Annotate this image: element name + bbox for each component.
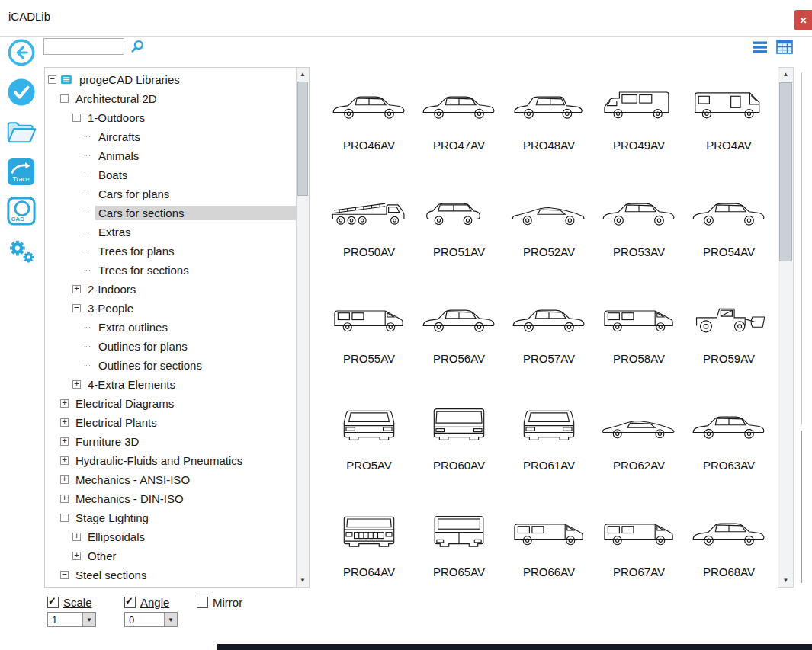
block-thumb-pro59av[interactable]: PRO59AV bbox=[684, 285, 774, 392]
back-button[interactable] bbox=[6, 38, 37, 67]
expand-icon[interactable]: + bbox=[72, 285, 81, 293]
expand-icon[interactable]: + bbox=[72, 552, 81, 560]
progecad-button[interactable]: CAD bbox=[6, 197, 37, 226]
expand-icon[interactable]: + bbox=[60, 437, 69, 446]
block-name: PRO60AV bbox=[433, 459, 485, 472]
tree-item-label: Steel sections bbox=[72, 568, 149, 582]
window-edge-scroll[interactable] bbox=[801, 431, 802, 583]
tree-item-extras[interactable]: Extras bbox=[45, 223, 296, 242]
settings-button[interactable] bbox=[6, 236, 37, 265]
block-thumb-pro46av[interactable]: PRO46AV bbox=[324, 72, 414, 178]
tree-item-trees-for-plans[interactable]: Trees for plans bbox=[45, 242, 296, 261]
block-thumb-pro52av[interactable]: PRO52AV bbox=[504, 178, 594, 285]
block-thumb-pro49av[interactable]: PRO49AV bbox=[594, 72, 684, 178]
grid-scrollbar-thumb[interactable] bbox=[779, 82, 792, 261]
scale-combobox[interactable]: 1 ▾ bbox=[47, 612, 96, 627]
block-name: PRO56AV bbox=[433, 352, 485, 365]
collapse-icon[interactable]: − bbox=[72, 304, 81, 312]
block-thumb-pro50av[interactable]: PRO50AV bbox=[324, 178, 414, 285]
block-thumb-pro48av[interactable]: PRO48AV bbox=[504, 72, 594, 178]
scroll-down-button[interactable]: ▼ bbox=[297, 574, 309, 587]
expand-icon[interactable]: + bbox=[60, 399, 69, 408]
block-thumb-pro56av[interactable]: PRO56AV bbox=[414, 285, 504, 392]
tree-item-outlines-for-sections[interactable]: Outlines for sections bbox=[45, 356, 296, 375]
tree-item-cars-for-plans[interactable]: Cars for plans bbox=[45, 184, 296, 203]
tree-item-mechanics-ansi-iso[interactable]: +Mechanics - ANSI-ISO bbox=[45, 470, 296, 489]
block-thumb-pro47av[interactable]: PRO47AV bbox=[414, 72, 504, 178]
expand-icon[interactable]: + bbox=[60, 456, 69, 465]
tree-item-ellipsoidals[interactable]: +Ellipsoidals bbox=[45, 527, 296, 546]
tree-item-mechanics-din-iso[interactable]: +Mechanics - DIN-ISO bbox=[45, 489, 296, 508]
tree-item-2-indoors[interactable]: +2-Indoors bbox=[45, 280, 296, 299]
tree-item-electrical-diagrams[interactable]: +Electrical Diagrams bbox=[45, 394, 296, 413]
collapse-icon[interactable]: − bbox=[48, 75, 56, 84]
block-thumb-pro53av[interactable]: PRO53AV bbox=[594, 178, 684, 285]
block-thumb-pro64av[interactable]: PRO64AV bbox=[324, 498, 414, 588]
tree-item-steel-sections[interactable]: −Steel sections bbox=[45, 565, 296, 584]
angle-combobox[interactable]: 0 ▾ bbox=[124, 612, 178, 627]
tree-item-animals[interactable]: Animals bbox=[45, 146, 296, 165]
block-thumb-pro61av[interactable]: PRO61AV bbox=[504, 392, 594, 498]
search-input[interactable] bbox=[43, 38, 124, 55]
tree-item-4-extra-elements[interactable]: +4-Extra Elements bbox=[45, 375, 296, 394]
list-view-button[interactable] bbox=[753, 40, 768, 54]
open-library-button[interactable] bbox=[6, 117, 37, 146]
block-thumb-pro51av[interactable]: PRO51AV bbox=[414, 178, 504, 285]
dropdown-arrow-icon[interactable]: ▾ bbox=[82, 613, 95, 626]
block-thumb-pro58av[interactable]: PRO58AV bbox=[594, 285, 684, 392]
tree-item-outlines-for-plans[interactable]: Outlines for plans bbox=[45, 337, 296, 356]
expand-icon[interactable]: + bbox=[60, 418, 69, 427]
collapse-icon[interactable]: − bbox=[60, 571, 69, 579]
scroll-down-button[interactable]: ▼ bbox=[778, 574, 793, 587]
tree-item-extra-outlines[interactable]: Extra outlines bbox=[45, 318, 296, 337]
tree-scrollbar[interactable]: ▲ ▼ bbox=[296, 68, 309, 587]
close-button[interactable]: ✕ bbox=[794, 10, 812, 30]
expand-icon[interactable]: + bbox=[60, 495, 69, 503]
block-thumb-pro62av[interactable]: PRO62AV bbox=[594, 392, 684, 498]
confirm-button[interactable] bbox=[6, 78, 37, 107]
tree-item-cars-for-sections[interactable]: Cars for sections bbox=[45, 203, 296, 223]
tree-item-stage-lighting[interactable]: −Stage Lighting bbox=[45, 508, 296, 527]
block-thumb-pro66av[interactable]: PRO66AV bbox=[504, 498, 594, 588]
tree-scrollbar-thumb[interactable] bbox=[297, 82, 308, 196]
collapse-icon[interactable]: − bbox=[72, 114, 81, 122]
collapse-icon[interactable]: − bbox=[60, 514, 69, 522]
tree-item-boats[interactable]: Boats bbox=[45, 165, 296, 184]
block-thumb-pro57av[interactable]: PRO57AV bbox=[504, 285, 594, 392]
tree-item-1-outdoors[interactable]: −1-Outdoors bbox=[45, 108, 296, 127]
thumbnail-view-button[interactable] bbox=[776, 40, 793, 54]
tree-item-architectural-2d[interactable]: −Architectural 2D bbox=[45, 89, 296, 108]
tree-item-other[interactable]: +Other bbox=[45, 546, 296, 565]
block-thumb-pro68av[interactable]: PRO68AV bbox=[684, 498, 774, 588]
tree-item-steel-sections-en[interactable]: +Steel sections - EN bbox=[45, 584, 296, 587]
block-thumb-pro54av[interactable]: PRO54AV bbox=[684, 178, 774, 285]
block-thumb-pro65av[interactable]: PRO65AV bbox=[414, 498, 504, 588]
grid-scrollbar[interactable]: ▲ ▼ bbox=[778, 67, 794, 588]
tree-item-furniture-3d[interactable]: +Furniture 3D bbox=[45, 432, 296, 451]
search-button[interactable] bbox=[130, 39, 146, 54]
tree-item-trees-for-sections[interactable]: Trees for sections bbox=[45, 261, 296, 280]
block-thumb-pro55av[interactable]: PRO55AV bbox=[324, 285, 414, 392]
dropdown-arrow-icon[interactable]: ▾ bbox=[164, 613, 177, 626]
expand-icon[interactable]: + bbox=[60, 475, 69, 484]
block-thumb-pro63av[interactable]: PRO63AV bbox=[684, 392, 774, 498]
scale-checkbox[interactable] bbox=[47, 597, 59, 608]
scroll-up-button[interactable]: ▲ bbox=[778, 68, 793, 81]
block-thumb-pro5av[interactable]: PRO5AV bbox=[324, 392, 414, 498]
scroll-up-button[interactable]: ▲ bbox=[297, 68, 309, 81]
tree-item-progecad-libraries[interactable]: −progeCAD Libraries bbox=[45, 70, 296, 89]
mirror-checkbox[interactable] bbox=[197, 597, 208, 608]
block-thumb-pro60av[interactable]: PRO60AV bbox=[414, 392, 504, 498]
block-thumb-pro67av[interactable]: PRO67AV bbox=[594, 498, 684, 588]
tree-item-electrical-plants[interactable]: +Electrical Plants bbox=[45, 413, 296, 432]
collapse-icon[interactable]: − bbox=[60, 94, 69, 103]
tree-item-3-people[interactable]: −3-People bbox=[45, 299, 296, 318]
expand-icon[interactable]: + bbox=[72, 380, 81, 389]
angle-checkbox[interactable] bbox=[124, 597, 136, 608]
trace-button[interactable]: Trace bbox=[6, 157, 37, 186]
block-thumb-pro4av[interactable]: PRO4AV bbox=[684, 72, 774, 178]
block-name: PRO65AV bbox=[433, 565, 485, 578]
expand-icon[interactable]: + bbox=[72, 533, 81, 541]
tree-item-aircrafts[interactable]: Aircrafts bbox=[45, 127, 296, 146]
tree-item-hydraulic-fluids-and-pneumatics[interactable]: +Hydraulic-Fluids and Pneumatics bbox=[45, 451, 296, 470]
